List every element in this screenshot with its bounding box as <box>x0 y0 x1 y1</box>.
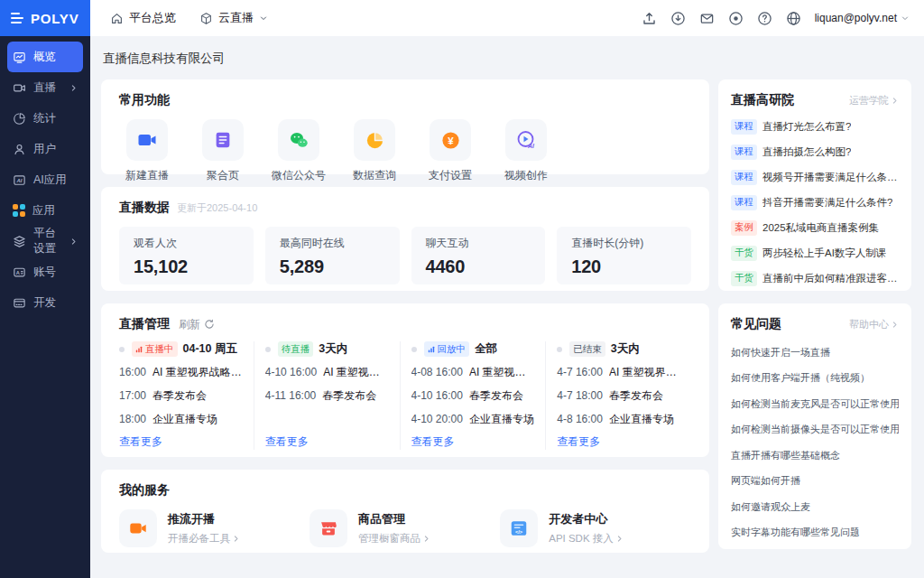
view-more-link[interactable]: 查看更多 <box>119 434 245 450</box>
faq-item[interactable]: 如何快速开启一场直播 <box>731 340 899 366</box>
schedule-item[interactable]: 4-11 16:00春季发布会 <box>265 384 391 407</box>
faq-item[interactable]: 如何检测当前麦克风是否可以正常使用? <box>731 391 899 417</box>
chevron-right-icon <box>891 321 899 329</box>
svg-text:</>: </> <box>515 529 523 535</box>
mgmt-col-living: 直播中 04-10 周五 16:00AI 重塑视界战略发布... 17:00春季… <box>119 341 254 450</box>
schedule-item[interactable]: 4-10 16:00春季发布会 <box>411 384 537 407</box>
overview-icon <box>13 51 26 64</box>
svg-text:AI: AI <box>16 177 23 182</box>
account-menu[interactable]: liquan@polyv.net <box>815 12 910 24</box>
stat-duration: 直播时长(分钟) 120 <box>557 227 691 284</box>
topbar: POLYV 平台总览 云直播 liquan@polyv.net <box>0 0 924 36</box>
academy-item[interactable]: 干货两步轻松上手AI数字人制课 <box>731 240 899 266</box>
qf-aggregation-page[interactable]: 聚合页 <box>195 119 251 183</box>
mail-icon[interactable] <box>699 11 715 26</box>
view-more-link[interactable]: 查看更多 <box>557 434 682 450</box>
sidebar-item-stats[interactable]: 统计 <box>7 103 83 134</box>
logo-block[interactable]: POLYV <box>0 0 90 36</box>
pie-chart-icon <box>13 112 26 126</box>
service-push-stream[interactable]: 推流开播 开播必备工具 <box>119 509 310 547</box>
mgmt-col-upcoming: 待直播 3天内 4-10 16:00AI 重塑视界战略... 4-11 16:0… <box>254 341 400 450</box>
sidebar-item-live[interactable]: 直播 <box>7 72 83 103</box>
schedule-item[interactable]: 4-10 16:00AI 重塑视界战略... <box>265 360 391 384</box>
faq-item[interactable]: 如何邀请观众上麦 <box>731 494 899 520</box>
live-stats-title: 直播数据 <box>119 200 170 216</box>
account-card-icon: A <box>13 266 26 279</box>
menu-icon[interactable] <box>11 13 23 23</box>
nav-cloud-live[interactable]: 云直播 <box>199 10 268 26</box>
academy-item[interactable]: 课程抖音开播需要满足什么条件? <box>731 190 899 215</box>
nav-label: 云直播 <box>218 10 254 26</box>
sidebar-item-dev[interactable]: 开发 <box>7 287 83 318</box>
schedule-item[interactable]: 4-8 16:00企业直播专场 <box>557 407 682 431</box>
service-product-management[interactable]: 商品管理 管理橱窗商品 <box>310 509 500 547</box>
view-more-link[interactable]: 查看更多 <box>411 434 537 450</box>
academy-item[interactable]: 案例2025私域电商直播案例集 <box>731 215 899 240</box>
live-stats-card: 直播数据 更新于2025-04-10 观看人次 15,102 最高同时在线 5,… <box>101 187 709 291</box>
academy-item[interactable]: 课程直播灯光怎么布置? <box>731 114 899 139</box>
chevron-right-icon <box>615 535 624 543</box>
schedule-item[interactable]: 16:00AI 重塑视界战略发布... <box>119 360 245 384</box>
faq-item[interactable]: 如何使用客户端开播（纯视频） <box>731 366 899 392</box>
sidebar-label: 账号 <box>33 265 56 280</box>
help-center-link[interactable]: 帮助中心 <box>849 318 899 331</box>
schedule-item[interactable]: 18:00企业直播专场 <box>119 407 245 431</box>
apps-grid-icon <box>13 204 25 217</box>
faq-item[interactable]: 实时字幕功能有哪些常见问题 <box>731 520 899 546</box>
faq-item[interactable]: 网页端如何开播 <box>731 469 899 495</box>
faq-item[interactable]: 如何检测当前摄像头是否可以正常使用? <box>731 417 899 443</box>
camera-icon <box>13 81 26 95</box>
status-badge-upcoming: 待直播 <box>278 341 314 357</box>
dot-icon <box>557 347 562 352</box>
sidebar-label: 统计 <box>33 111 56 126</box>
dot-icon <box>119 347 125 352</box>
status-badge-live: 直播中 <box>132 341 178 357</box>
help-icon[interactable] <box>757 11 772 26</box>
polyv-logo: POLYV <box>31 11 79 26</box>
academy-item[interactable]: 干货直播前中后如何精准跟进客户? <box>731 266 899 291</box>
layers-icon <box>13 235 26 248</box>
schedule-item[interactable]: 4-7 16:00AI 重塑视界战略... <box>557 360 682 384</box>
sidebar-item-platform-settings[interactable]: 平台设置 <box>7 226 83 256</box>
qf-video-creation[interactable]: AI 视频创作 <box>498 119 554 183</box>
sidebar-item-account[interactable]: A 账号 <box>7 256 83 287</box>
sidebar-item-ai-apps[interactable]: AI AI应用 <box>7 164 83 195</box>
refresh-icon <box>204 319 215 330</box>
qf-wechat[interactable]: 微信公众号 <box>271 119 327 183</box>
record-icon[interactable] <box>728 11 744 26</box>
academy-more-link[interactable]: 运营学院 <box>849 94 899 107</box>
globe-icon[interactable] <box>786 11 801 26</box>
qf-payment-settings[interactable]: ¥ 支付设置 <box>422 119 478 183</box>
view-more-link[interactable]: 查看更多 <box>265 434 391 450</box>
sidebar-item-overview[interactable]: 概览 <box>7 42 83 72</box>
quick-functions-title: 常用功能 <box>119 92 691 108</box>
qf-new-live[interactable]: 新建直播 <box>119 119 175 183</box>
schedule-item[interactable]: 17:00春季发布会 <box>119 384 245 407</box>
terminal-icon <box>13 296 26 310</box>
service-developer-center[interactable]: </> 开发者中心 API SDK 接入 <box>500 509 690 547</box>
stat-peak-online: 最高同时在线 5,289 <box>265 227 400 284</box>
qf-data-query[interactable]: 数据查询 <box>346 119 402 183</box>
user-icon <box>13 143 26 156</box>
nav-platform-overview[interactable]: 平台总览 <box>110 10 176 26</box>
live-signal-icon <box>135 346 143 353</box>
video-ai-icon: AI <box>515 129 537 151</box>
faq-item[interactable]: 直播开播有哪些基础概念 <box>731 443 899 469</box>
sidebar: 概览 直播 统计 用户 AI AI应用 应用 平台设置 A 账号 开发 <box>0 36 90 578</box>
sidebar-item-users[interactable]: 用户 <box>7 134 83 164</box>
sidebar-item-apps[interactable]: 应用 <box>7 195 83 226</box>
schedule-item[interactable]: 4-7 18:00春季发布会 <box>557 384 682 407</box>
refresh-button[interactable]: 刷新 <box>179 317 215 332</box>
wechat-icon <box>288 129 310 151</box>
download-icon[interactable] <box>670 11 686 26</box>
main-content: 直播信息科技有限公司 常用功能 新建直播 聚合页 微信公众 <box>90 36 924 578</box>
academy-item[interactable]: 课程直播拍摄怎么构图? <box>731 139 899 164</box>
stats-updated-time: 更新于2025-04-10 <box>177 201 257 215</box>
academy-item[interactable]: 课程视频号开播需要满足什么条件? <box>731 164 899 190</box>
company-title: 直播信息科技有限公司 <box>103 51 911 67</box>
sidebar-label: 应用 <box>32 203 55 219</box>
sidebar-label: 概览 <box>33 50 56 65</box>
upload-icon[interactable] <box>642 11 657 26</box>
schedule-item[interactable]: 4-10 20:00企业直播专场 <box>411 407 537 431</box>
schedule-item[interactable]: 4-08 16:00AI 重塑视界战略... <box>411 360 537 384</box>
